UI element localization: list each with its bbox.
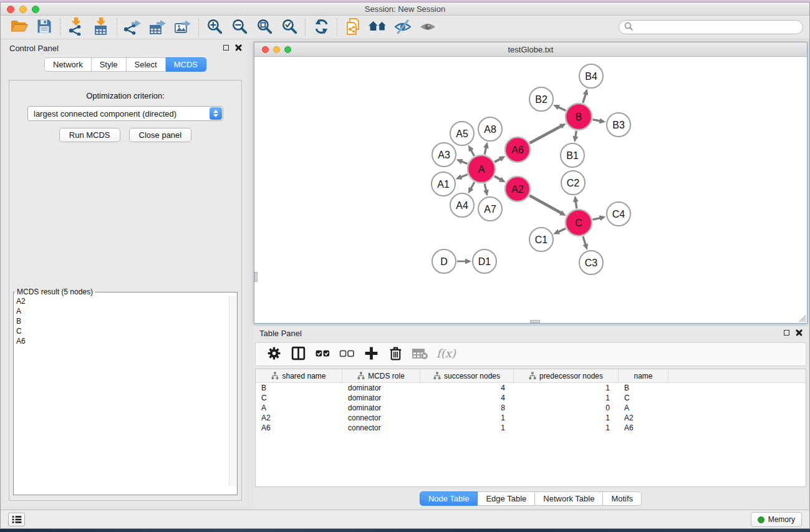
zoom-selected-button[interactable] <box>277 17 302 38</box>
node-A4[interactable]: A4 <box>450 193 474 217</box>
hide-selected-button[interactable] <box>390 17 415 38</box>
tab-select[interactable]: Select <box>127 57 166 72</box>
column-header-shared-name[interactable]: shared name <box>256 369 342 382</box>
float-panel-icon[interactable] <box>223 45 229 51</box>
close-window-button[interactable] <box>7 6 14 13</box>
deselect-all-button[interactable] <box>337 345 356 364</box>
network-canvas[interactable]: B4B2BB3A8A5A6B1A3AA1C2A2A4A7C4CC1C3DD1 <box>254 57 807 323</box>
tab-style[interactable]: Style <box>92 57 127 72</box>
edge-B-B4[interactable] <box>583 94 586 103</box>
edge-B-B2[interactable] <box>558 107 566 111</box>
tab-network[interactable]: Network <box>44 57 92 72</box>
show-panels-button[interactable] <box>8 513 25 526</box>
edge-A2-C[interactable] <box>529 196 561 213</box>
edge-A-A7[interactable] <box>485 183 486 190</box>
node-A[interactable]: A <box>468 155 495 183</box>
edge-A-A3[interactable] <box>461 162 468 164</box>
minimize-window-button[interactable] <box>19 6 27 13</box>
columns-button[interactable] <box>289 345 307 364</box>
mcds-result-item[interactable]: C <box>14 326 237 336</box>
column-header-name[interactable]: name <box>619 369 668 382</box>
table-row[interactable]: Adominator80A <box>256 403 806 413</box>
import-network-button[interactable] <box>64 17 89 38</box>
export-table-button[interactable] <box>145 17 170 38</box>
tab-motifs[interactable]: Motifs <box>603 491 642 506</box>
node-B3[interactable]: B3 <box>607 113 630 137</box>
tab-node-table[interactable]: Node Table <box>420 491 478 506</box>
zoom-in-button[interactable] <box>202 17 227 38</box>
panel-handle-bottom[interactable] <box>530 320 540 323</box>
edge-A6-B[interactable] <box>529 126 561 143</box>
node-A2[interactable]: A2 <box>505 177 530 201</box>
edge-C-C2[interactable] <box>576 201 577 209</box>
node-C[interactable]: C <box>566 210 592 236</box>
memory-button[interactable]: Memory <box>751 512 802 527</box>
node-D1[interactable]: D1 <box>473 249 496 273</box>
column-header-MCDS-role[interactable]: MCDS role <box>342 369 420 382</box>
mcds-result-item[interactable]: B <box>14 316 237 326</box>
resize-grip-icon[interactable] <box>798 314 806 322</box>
import-table-button[interactable] <box>89 17 113 38</box>
delete-row-button[interactable] <box>386 345 405 364</box>
export-image-button[interactable] <box>170 17 195 38</box>
node-A1[interactable]: A1 <box>432 172 455 196</box>
node-A6[interactable]: A6 <box>505 137 530 162</box>
table-row[interactable]: Bdominator41B <box>256 383 806 393</box>
edge-B-B3[interactable] <box>593 120 600 121</box>
maximize-window-button[interactable] <box>32 6 39 13</box>
close-table-panel-icon[interactable] <box>796 329 803 336</box>
search-input[interactable] <box>636 23 798 32</box>
node-A5[interactable]: A5 <box>450 122 474 145</box>
node-C4[interactable]: C4 <box>607 202 630 226</box>
refresh-button[interactable] <box>309 17 334 38</box>
table-row[interactable]: A6connector11A6 <box>256 423 806 433</box>
network-graph[interactable]: B4B2BB3A8A5A6B1A3AA1C2A2A4A7C4CC1C3DD1 <box>254 57 807 323</box>
export-network-button[interactable] <box>120 17 145 38</box>
mcds-result-item[interactable]: A2 <box>14 296 237 306</box>
network-maximize-button[interactable] <box>284 46 291 53</box>
node-B[interactable]: B <box>566 104 592 130</box>
edge-A-A6[interactable] <box>494 159 501 162</box>
edge-C-C3[interactable] <box>583 236 586 244</box>
node-D[interactable]: D <box>432 249 456 273</box>
edge-A-A2[interactable] <box>494 177 501 180</box>
close-panel-icon[interactable] <box>235 44 242 51</box>
mcds-result-item[interactable]: A <box>14 306 237 316</box>
panel-handle-left[interactable] <box>254 272 258 282</box>
network-window-titlebar[interactable]: testGlobe.txt <box>254 42 807 57</box>
node-C3[interactable]: C3 <box>579 251 603 274</box>
node-B4[interactable]: B4 <box>579 64 603 88</box>
mcds-result-item[interactable]: A6 <box>14 336 237 346</box>
tab-mcds[interactable]: MCDS <box>166 57 206 72</box>
new-network-selection-button[interactable] <box>340 17 365 38</box>
network-close-button[interactable] <box>262 46 269 53</box>
edge-A-A5[interactable] <box>471 150 474 156</box>
add-row-button[interactable] <box>362 345 380 364</box>
tab-edge-table[interactable]: Edge Table <box>478 491 535 506</box>
table-row[interactable]: Cdominator41C <box>256 393 806 403</box>
node-B1[interactable]: B1 <box>561 143 584 167</box>
table-row[interactable]: A2connector11A2 <box>256 413 806 423</box>
edge-A-A4[interactable] <box>471 182 475 188</box>
result-scrollbar[interactable] <box>229 296 237 486</box>
run-mcds-button[interactable]: Run MCDS <box>59 128 120 142</box>
column-header-predecessor-nodes[interactable]: predecessor nodes <box>514 369 619 382</box>
tab-network-table[interactable]: Network Table <box>535 491 603 506</box>
zoom-fit-button[interactable] <box>252 17 277 38</box>
node-C2[interactable]: C2 <box>561 171 585 195</box>
edge-A-A8[interactable] <box>485 147 486 154</box>
gear-button[interactable] <box>264 345 283 364</box>
edge-C-C1[interactable] <box>558 228 566 231</box>
optimization-criterion-dropdown[interactable]: largest connected component (directed) <box>27 106 223 121</box>
node-A7[interactable]: A7 <box>478 197 502 221</box>
float-table-panel-icon[interactable] <box>784 330 789 336</box>
select-all-button[interactable] <box>313 345 332 364</box>
network-minimize-button[interactable] <box>273 46 280 53</box>
node-A3[interactable]: A3 <box>432 143 456 167</box>
edge-A-A1[interactable] <box>461 175 468 177</box>
node-B2[interactable]: B2 <box>529 87 553 111</box>
save-button[interactable] <box>32 17 57 38</box>
node-C1[interactable]: C1 <box>529 228 553 251</box>
zoom-out-button[interactable] <box>227 17 252 38</box>
search-box[interactable] <box>619 20 803 34</box>
